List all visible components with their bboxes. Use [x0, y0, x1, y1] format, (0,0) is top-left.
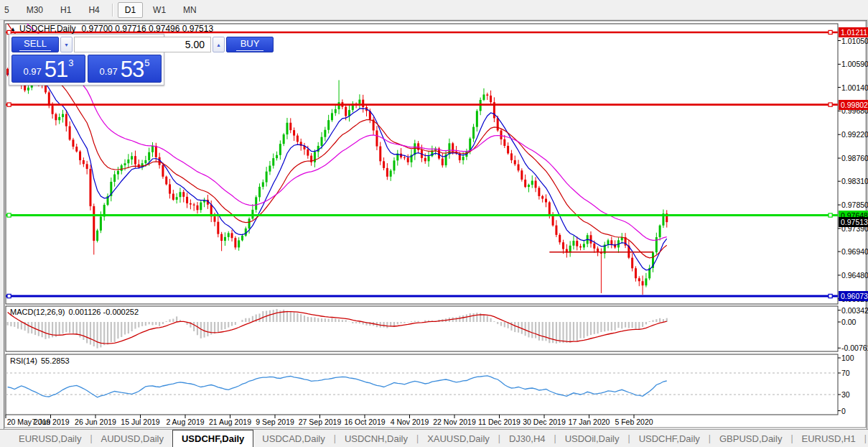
rsi-name: RSI(14)	[10, 356, 37, 365]
chart-tab-bar: EURUSD,Daily|AUDUSD,DailyUSDCHF,DailyUSD…	[0, 429, 868, 447]
date-axis-label: 30 Dec 2019	[523, 418, 566, 426]
date-axis-label: 26 Jun 2019	[75, 418, 116, 426]
timeframe-button-d1[interactable]: D1	[118, 2, 143, 18]
chart-tab-audusd-daily[interactable]: AUDUSD,Daily	[93, 430, 172, 447]
rsi-scale-label: 0	[841, 407, 846, 415]
date-axis-label: 22 Nov 2019	[433, 418, 476, 426]
date-axis-label: 16 Oct 2019	[344, 418, 385, 426]
price-axis-tick-label: 0.99220	[841, 130, 868, 139]
macd-indicator-label: MACD(12,26,9)0.001126 -0.000252	[10, 308, 139, 316]
rsi-indicator-label: RSI(14)55.2853	[10, 356, 70, 365]
price-label-current-price: 0.97513	[839, 217, 868, 227]
buy-button[interactable]: BUY	[226, 37, 274, 52]
date-axis-label: 5 Feb 2020	[615, 418, 653, 426]
lot-increase-button[interactable]: ▲	[213, 37, 225, 52]
macd-current-values: 0.001126 -0.000252	[68, 308, 139, 316]
timeframe-button-h1[interactable]: H1	[53, 2, 78, 18]
chart-tab-usdcad-daily[interactable]: USDCAD,Daily	[253, 430, 333, 447]
date-axis-label: 27 Sep 2019	[299, 418, 342, 426]
chart-tab-usdchf-daily[interactable]: USDCHF,Daily	[172, 430, 253, 447]
date-axis-label: 9 Sep 2019	[256, 418, 294, 426]
date-axis-label: 2 Aug 2019	[166, 418, 204, 426]
timeframe-button-m30[interactable]: M30	[19, 2, 50, 18]
one-click-trading-panel: SELL ▼ ▲ BUY 0.97 51 3 0.97 53 5	[9, 34, 164, 86]
chart-tab-gbpusd-daily[interactable]: GBPUSD,Daily	[711, 430, 790, 447]
macd-name: MACD(12,26,9)	[10, 308, 65, 316]
buy-price-button[interactable]: 0.97 53 5	[88, 55, 162, 83]
sell-price-pipette: 3	[68, 57, 73, 68]
toolbar-separator	[112, 4, 113, 17]
price-axis-tick-label: 0.96480	[841, 271, 868, 280]
chart-info-line: ▲USDCHF,Daily0.97700 0.97716 0.97496 0.9…	[10, 24, 213, 34]
rsi-scale-label: 30	[841, 390, 850, 399]
chart-tab-usdoil-daily[interactable]: USDOil,Daily	[556, 430, 628, 447]
timeframe-toolbar: 5M30H1H4D1W1MN	[0, 0, 868, 20]
chart-tab-dj30-h4[interactable]: DJ30,H4	[500, 430, 554, 447]
rsi-scale-label: 100	[841, 354, 854, 362]
timeframe-button-5[interactable]: 5	[0, 2, 17, 18]
sell-button[interactable]: SELL	[11, 37, 59, 52]
price-axis-tick-label: 0.97850	[841, 201, 868, 209]
buy-price-prefix: 0.97	[99, 66, 117, 77]
buy-price-big-digits: 53	[121, 59, 144, 80]
price-axis-tick-label: 0.98760	[841, 154, 868, 162]
price-axis-tick-label: 0.96940	[841, 247, 868, 256]
chevron-down-icon: ▼	[64, 42, 69, 47]
price-axis-tick-label: 1.00590	[841, 60, 868, 68]
price-axis-tick-label: 0.98310	[841, 177, 868, 185]
date-axis-label: 4 Nov 2019	[391, 418, 429, 426]
timeframe-button-w1[interactable]: W1	[146, 2, 173, 18]
sell-price-prefix: 0.97	[23, 66, 41, 77]
date-axis-label: 17 Jan 2020	[569, 418, 610, 426]
price-axis-tick-label: 1.01050	[841, 37, 868, 45]
date-axis-label: 7 Jun 2019	[32, 418, 70, 426]
buy-button-label: BUY	[236, 38, 264, 51]
timeframe-button-mn[interactable]: MN	[176, 2, 204, 18]
tab-bar-lead	[0, 430, 10, 447]
price-label-resistance-level: 0.99802	[839, 100, 868, 110]
rsi-current-value: 55.2853	[41, 356, 70, 365]
date-axis-label: 15 Jul 2019	[121, 418, 159, 426]
chart-tab-eurusd-h1[interactable]: EURUSD,H1	[793, 430, 864, 447]
macd-scale-label: -0.007615	[841, 344, 868, 352]
chevron-up-icon: ▲	[216, 42, 221, 47]
chart-tab-eurusd-daily[interactable]: EURUSD,Daily	[10, 430, 90, 447]
macd-scale-label: 0.00	[841, 318, 856, 326]
sell-price-big-digits: 51	[45, 59, 67, 80]
sell-button-label: SELL	[19, 38, 51, 51]
lot-decrease-button[interactable]: ▼	[60, 37, 73, 52]
sell-price-button[interactable]: 0.97 51 3	[11, 55, 85, 83]
object-marker-icon: ▲	[10, 26, 16, 32]
rsi-scale-label: 70	[841, 369, 850, 377]
chart-ohlc-readout: 0.97700 0.97716 0.97496 0.97513	[82, 24, 214, 34]
date-axis-label: 11 Dec 2019	[478, 418, 521, 426]
price-label-support-level: 0.96073	[839, 291, 868, 301]
price-axis-tick-label: 1.00140	[841, 83, 868, 92]
date-axis-label: 21 Aug 2019	[209, 418, 251, 426]
chart-tab-xauusd-daily[interactable]: XAUUSD,Daily	[419, 430, 498, 447]
price-label-resistance-level: 1.01211	[839, 27, 868, 37]
lot-size-input[interactable]	[74, 37, 211, 52]
chart-symbol-period: USDCHF,Daily	[19, 24, 76, 34]
timeframe-button-h4[interactable]: H4	[81, 2, 106, 18]
buy-price-pipette: 5	[144, 57, 149, 68]
chart-tab-usdchf-daily[interactable]: USDCHF,Daily	[630, 430, 709, 447]
macd-scale-label: 0.003428	[841, 306, 868, 315]
chart-tab-usdcnh-daily[interactable]: USDCNH,Daily	[336, 430, 416, 447]
